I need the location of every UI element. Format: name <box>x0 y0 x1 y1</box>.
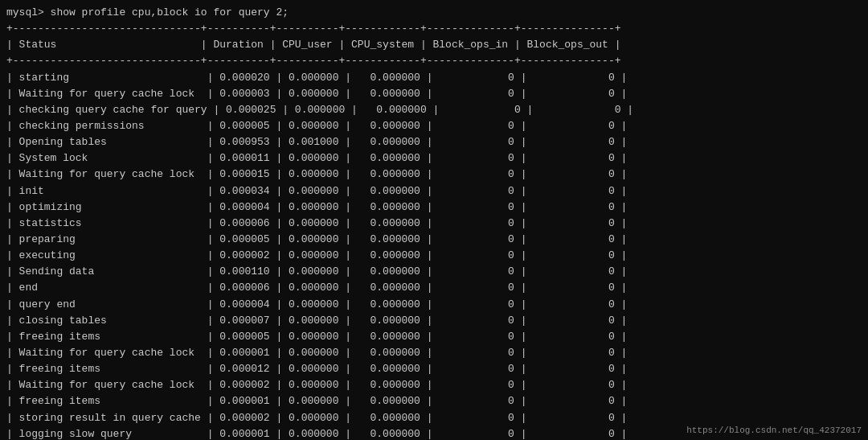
terminal-content: mysql> show profile cpu,block io for que… <box>6 5 862 440</box>
terminal: mysql> show profile cpu,block io for que… <box>0 0 868 440</box>
watermark: https://blog.csdn.net/qq_42372017 <box>686 426 862 435</box>
